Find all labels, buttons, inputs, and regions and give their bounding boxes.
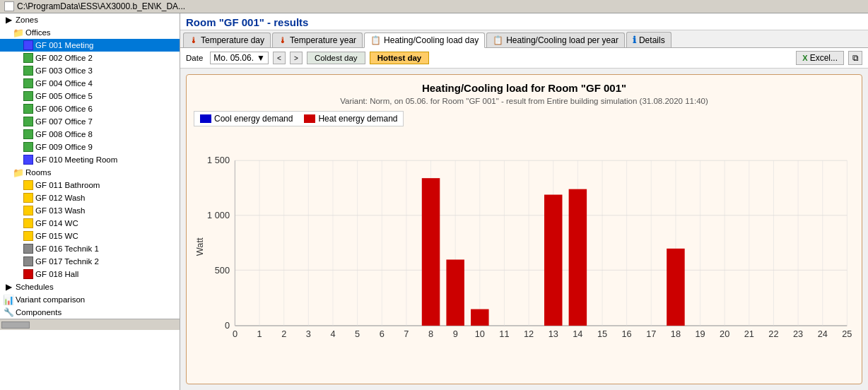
date-value: Mo. 05.06. xyxy=(213,53,254,63)
sidebar-scrollbar[interactable] xyxy=(0,319,180,330)
date-dropdown[interactable]: Mo. 05.06. ▼ xyxy=(210,52,269,64)
chart-svg-wrapper: Watt 1 500 1 000 500 0 xyxy=(194,132,855,377)
zones-label: Zones xyxy=(16,16,38,24)
coldest-day-button[interactable]: Coldest day xyxy=(307,52,365,64)
sidebar-item-gf001[interactable]: GF 001 Meeting xyxy=(0,39,180,52)
copy-button[interactable]: ⧉ xyxy=(848,51,862,65)
svg-text:24: 24 xyxy=(818,329,828,339)
toolbar-row: Date Mo. 05.06. ▼ < > Coldest day Hottes… xyxy=(180,48,868,69)
sidebar-item-gf013[interactable]: GF 013 Wash xyxy=(0,204,180,217)
svg-text:0: 0 xyxy=(233,329,237,339)
sidebar-item-gf002[interactable]: GF 002 Office 2 xyxy=(0,52,180,64)
rooms-folder-icon: 📁 xyxy=(13,167,24,178)
legend-cool: Cool energy demand xyxy=(200,114,293,124)
bar-13 xyxy=(544,195,563,326)
svg-text:16: 16 xyxy=(622,329,632,339)
chart-panel: Heating/Cooling load for Room "GF 001" V… xyxy=(186,74,862,384)
svg-text:1 500: 1 500 xyxy=(207,155,230,165)
next-date-button[interactable]: > xyxy=(290,52,303,64)
excel-label: Excel... xyxy=(810,53,838,63)
yaxis-label: Watt xyxy=(194,237,205,256)
sidebar-item-gf015[interactable]: GF 015 WC xyxy=(0,230,180,242)
tab-load-year[interactable]: 📋 Heating/Cooling load per year xyxy=(486,32,625,47)
svg-text:5: 5 xyxy=(355,329,360,339)
sidebar-item-gf004[interactable]: GF 004 Office 4 xyxy=(0,77,180,90)
date-label: Date xyxy=(186,54,203,62)
zones-icon: ▶ xyxy=(3,14,14,25)
svg-text:15: 15 xyxy=(597,329,607,339)
sidebar-item-gf010[interactable]: GF 010 Meeting Room xyxy=(0,153,180,166)
tab-temp-day-label: Temperature day xyxy=(201,35,264,45)
sidebar-item-gf017[interactable]: GF 017 Technik 2 xyxy=(0,255,180,268)
content-area: Room "GF 001" - results 🌡 Temperature da… xyxy=(180,13,868,390)
room-icon-gf013 xyxy=(23,205,34,216)
scrollbar-thumb[interactable] xyxy=(1,321,30,329)
sidebar-item-variant[interactable]: 📊 Variant comparison xyxy=(0,293,180,306)
sidebar-item-gf014[interactable]: GF 014 WC xyxy=(0,217,180,230)
svg-text:4: 4 xyxy=(330,329,335,339)
sidebar-item-components[interactable]: 🔧 Components xyxy=(0,306,180,319)
info-icon: ℹ xyxy=(633,35,636,45)
sidebar-item-gf007[interactable]: GF 007 Office 7 xyxy=(0,115,180,128)
excel-button[interactable]: X Excel... xyxy=(796,51,844,65)
room-icon-gf016 xyxy=(23,243,34,254)
room-icon-gf010 xyxy=(23,154,34,165)
offices-group-label: Offices xyxy=(25,28,51,37)
svg-text:18: 18 xyxy=(671,329,681,339)
page-title: Room "GF 001" - results xyxy=(180,13,868,30)
hottest-day-button[interactable]: Hottest day xyxy=(370,52,430,64)
sidebar-item-gf005[interactable]: GF 005 Office 5 xyxy=(0,90,180,102)
chart-legend: Cool energy demand Heat energy demand xyxy=(194,111,404,126)
room-icon-gf017 xyxy=(23,256,34,267)
chart-subtitle: Variant: Norm, on 05.06. for Room "GF 00… xyxy=(194,97,855,105)
tab-details[interactable]: ℹ Details xyxy=(626,32,671,47)
svg-text:9: 9 xyxy=(453,329,458,339)
svg-text:500: 500 xyxy=(215,265,230,276)
schedules-label: Schedules xyxy=(16,283,54,291)
svg-text:14: 14 xyxy=(573,329,582,339)
tab-load-year-label: Heating/Cooling load per year xyxy=(506,35,618,45)
bar-10 xyxy=(471,309,489,326)
room-icon-gf015 xyxy=(23,230,34,242)
legend-heat-label: Heat energy demand xyxy=(318,114,397,124)
sidebar-item-gf008[interactable]: GF 008 Office 8 xyxy=(0,128,180,141)
sidebar-item-gf009[interactable]: GF 009 Office 9 xyxy=(0,141,180,153)
sidebar-item-gf006[interactable]: GF 006 Office 6 xyxy=(0,102,180,115)
svg-text:2: 2 xyxy=(281,329,286,339)
prev-date-button[interactable]: < xyxy=(273,52,286,64)
sidebar-item-rooms-group[interactable]: 📁 Rooms xyxy=(0,166,180,179)
copy-icon: ⧉ xyxy=(852,53,859,63)
tab-temp-day[interactable]: 🌡 Temperature day xyxy=(183,32,271,47)
svg-text:22: 22 xyxy=(768,329,778,339)
svg-text:11: 11 xyxy=(499,329,509,339)
variant-label: Variant comparison xyxy=(16,295,85,304)
svg-text:25: 25 xyxy=(842,329,852,339)
sidebar-item-offices-group[interactable]: 📁 Offices xyxy=(0,26,180,39)
room-icon-gf014 xyxy=(23,218,34,229)
tab-temp-year-label: Temperature year xyxy=(290,35,356,45)
load-year-icon: 📋 xyxy=(493,35,503,45)
svg-text:13: 13 xyxy=(549,329,558,339)
tab-temp-year[interactable]: 🌡 Temperature year xyxy=(272,32,363,47)
sidebar-item-gf012[interactable]: GF 012 Wash xyxy=(0,191,180,204)
svg-text:1: 1 xyxy=(257,329,262,339)
legend-heat: Heat energy demand xyxy=(304,114,397,124)
app-icon xyxy=(4,1,14,11)
sidebar-item-gf018[interactable]: GF 018 Hall xyxy=(0,268,180,280)
components-icon: 🔧 xyxy=(3,307,14,318)
sidebar-item-gf003[interactable]: GF 003 Office 3 xyxy=(0,64,180,77)
sidebar-item-gf016[interactable]: GF 016 Technik 1 xyxy=(0,242,180,255)
dropdown-arrow-icon: ▼ xyxy=(257,53,265,63)
room-icon-gf005 xyxy=(23,90,34,102)
rooms-group-label: Rooms xyxy=(25,168,51,177)
tab-load-day[interactable]: 📋 Heating/Cooling load day xyxy=(364,32,485,48)
thermometer-icon: 🌡 xyxy=(189,35,198,45)
room-icon-gf009 xyxy=(23,141,34,153)
svg-text:21: 21 xyxy=(744,329,754,339)
sidebar-item-schedules[interactable]: ▶ Schedules xyxy=(0,280,180,293)
bar-18 xyxy=(667,249,685,326)
svg-text:6: 6 xyxy=(380,329,385,339)
sidebar-item-zones[interactable]: ▶ Zones xyxy=(0,13,180,26)
tabs-bar: 🌡 Temperature day 🌡 Temperature year 📋 H… xyxy=(180,30,868,48)
sidebar-item-gf011[interactable]: GF 011 Bathroom xyxy=(0,179,180,191)
